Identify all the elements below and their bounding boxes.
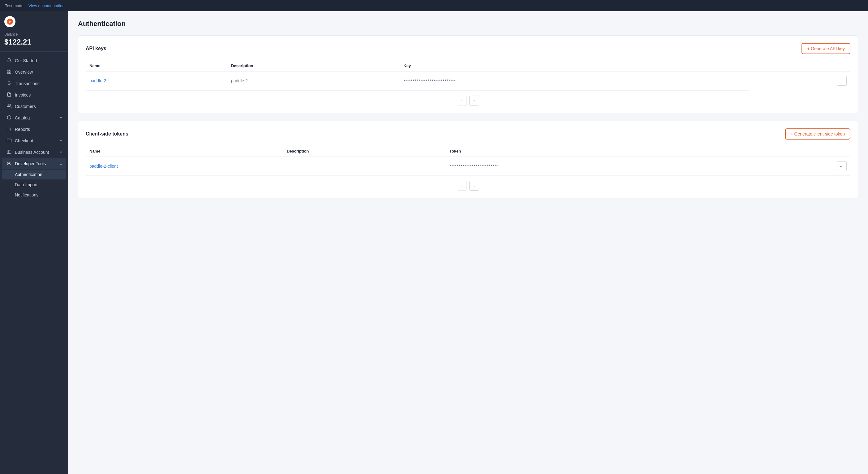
table-row: paddle-2 paddle 2 **********************… (86, 71, 850, 91)
sidebar-item-checkout-label: Checkout (15, 138, 57, 143)
table-row: paddle-2-client ************************… (86, 156, 850, 176)
api-keys-header: API keys + Generate API key (86, 43, 850, 54)
sidebar: P ··· Balance $122.21 Get Started Overvi… (0, 11, 68, 474)
sidebar-subitem-data-import-label: Data Import (15, 182, 37, 187)
checkout-icon (6, 138, 12, 144)
sidebar-item-customers[interactable]: Customers (2, 101, 66, 112)
balance-label: Balance (4, 32, 64, 36)
sidebar-item-customers-label: Customers (15, 104, 62, 109)
client-token-actions: ··· (755, 157, 850, 176)
balance-section: Balance $122.21 (0, 31, 68, 52)
client-token-description (283, 156, 446, 176)
svg-rect-5 (9, 72, 10, 73)
sidebar-header: P ··· (0, 11, 68, 31)
client-tokens-prev-button[interactable]: ‹ (457, 181, 467, 190)
svg-text:P: P (9, 21, 11, 24)
client-tokens-card: Client-side tokens + Generate client-sid… (78, 121, 858, 199)
developer-tools-arrow-icon: ▴ (60, 161, 62, 166)
catalog-icon (6, 115, 12, 121)
api-keys-col-name: Name (86, 60, 227, 71)
api-key-value: **************************** (400, 71, 749, 91)
sidebar-subitem-notifications[interactable]: Notifications (2, 190, 66, 200)
sidebar-item-checkout[interactable]: Checkout ▾ (2, 135, 66, 146)
transactions-icon (6, 81, 12, 86)
sidebar-item-catalog-label: Catalog (15, 115, 57, 120)
svg-rect-4 (7, 72, 8, 73)
sidebar-item-get-started[interactable]: Get Started (2, 55, 66, 66)
business-account-icon (6, 149, 12, 155)
view-documentation-link[interactable]: View documentation (28, 3, 65, 8)
client-token-value: ************************** (446, 156, 755, 176)
api-keys-col-key: Key (400, 60, 749, 71)
test-mode-label: Test mode (5, 3, 24, 8)
page-title: Authentication (78, 20, 858, 28)
api-keys-card: API keys + Generate API key Name Descrip… (78, 35, 858, 113)
svg-rect-3 (9, 70, 10, 71)
client-tokens-col-token: Token (446, 146, 755, 157)
client-tokens-next-button[interactable]: › (469, 181, 479, 190)
reports-icon (6, 126, 12, 132)
sidebar-subitem-data-import[interactable]: Data Import (2, 180, 66, 190)
client-tokens-title: Client-side tokens (86, 131, 128, 137)
sidebar-item-get-started-label: Get Started (15, 58, 62, 63)
client-tokens-header: Client-side tokens + Generate client-sid… (86, 128, 850, 140)
overview-icon (6, 69, 12, 75)
api-keys-table: Name Description Key paddle-2 paddle 2 *… (86, 60, 850, 91)
sidebar-item-overview-label: Overview (15, 69, 62, 75)
customers-icon (6, 103, 12, 109)
sidebar-item-transactions[interactable]: Transactions (2, 78, 66, 89)
sidebar-item-invoices[interactable]: Invoices (2, 89, 66, 100)
svg-rect-11 (7, 139, 11, 142)
api-keys-pagination: ‹ › (86, 91, 850, 106)
sidebar-item-invoices-label: Invoices (15, 92, 62, 97)
sidebar-subitem-authentication[interactable]: Authentication (2, 170, 66, 179)
developer-tools-icon (6, 161, 12, 167)
client-tokens-pagination: ‹ › (86, 176, 850, 190)
svg-point-14 (8, 163, 9, 164)
client-token-more-button[interactable]: ··· (837, 161, 847, 171)
sidebar-item-business-account-label: Business Account (15, 150, 57, 155)
sidebar-item-catalog[interactable]: Catalog ▾ (2, 112, 66, 123)
api-key-actions: ··· (749, 71, 850, 90)
sidebar-subitem-notifications-label: Notifications (15, 192, 38, 198)
sidebar-subitem-authentication-label: Authentication (15, 172, 42, 177)
invoices-icon (6, 92, 12, 98)
balance-amount: $122.21 (4, 38, 64, 47)
sidebar-item-business-account[interactable]: Business Account ▾ (2, 147, 66, 158)
sidebar-item-developer-tools-label: Developer Tools (15, 161, 57, 166)
api-key-description: paddle 2 (227, 71, 400, 91)
sidebar-nav: Get Started Overview Transactions Invoic… (0, 52, 68, 474)
bell-icon (6, 58, 12, 63)
api-key-name[interactable]: paddle-2 (86, 71, 227, 91)
svg-rect-13 (7, 151, 11, 153)
client-tokens-col-actions (755, 146, 850, 157)
generate-client-token-button[interactable]: + Generate client-side token (785, 128, 851, 140)
business-account-arrow-icon: ▾ (60, 150, 62, 154)
sidebar-more-button[interactable]: ··· (57, 19, 64, 25)
api-keys-prev-button[interactable]: ‹ (457, 96, 467, 106)
logo[interactable]: P (4, 16, 16, 27)
api-keys-title: API keys (86, 46, 106, 51)
main-content: Authentication API keys + Generate API k… (68, 11, 868, 474)
checkout-arrow-icon: ▾ (60, 139, 62, 143)
client-tokens-col-name: Name (86, 146, 283, 157)
svg-point-7 (8, 104, 9, 106)
client-tokens-col-description: Description (283, 146, 446, 157)
sidebar-item-overview[interactable]: Overview (2, 66, 66, 78)
sidebar-item-reports[interactable]: Reports (2, 124, 66, 135)
generate-api-key-button[interactable]: + Generate API key (802, 43, 850, 54)
client-tokens-table: Name Description Token paddle-2-client *… (86, 146, 850, 176)
sidebar-item-reports-label: Reports (15, 127, 62, 132)
api-keys-next-button[interactable]: › (469, 96, 479, 106)
top-bar: Test mode View documentation (0, 0, 868, 11)
sidebar-item-transactions-label: Transactions (15, 81, 62, 86)
sidebar-item-developer-tools[interactable]: Developer Tools ▴ (2, 158, 66, 169)
api-keys-col-description: Description (227, 60, 400, 71)
svg-rect-2 (7, 70, 8, 71)
api-key-more-button[interactable]: ··· (837, 76, 847, 86)
client-token-name[interactable]: paddle-2-client (86, 156, 283, 176)
catalog-arrow-icon: ▾ (60, 116, 62, 120)
app-body: P ··· Balance $122.21 Get Started Overvi… (0, 11, 868, 474)
api-keys-col-actions (749, 60, 850, 71)
